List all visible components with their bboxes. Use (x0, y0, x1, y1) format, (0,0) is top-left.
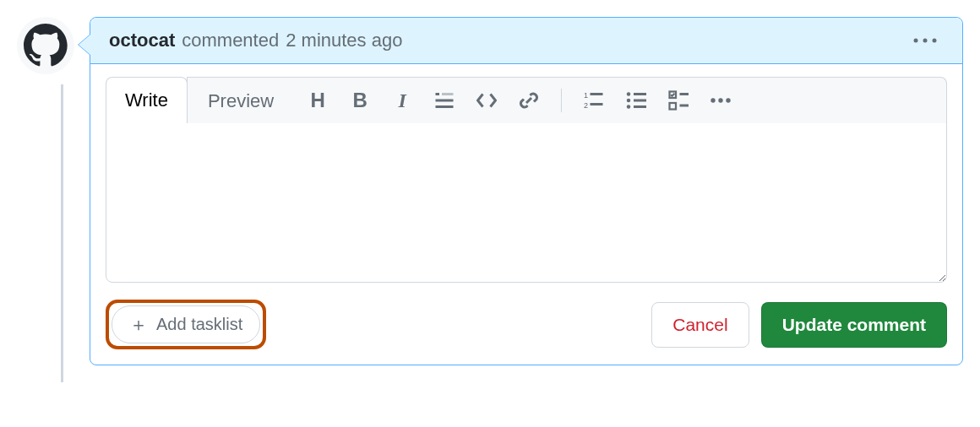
author-name[interactable]: octocat (109, 30, 175, 51)
svg-point-1 (923, 39, 928, 43)
svg-point-18 (718, 98, 722, 102)
tab-write[interactable]: Write (106, 77, 188, 123)
comment-body: Write Preview H B I (90, 64, 962, 365)
kebab-icon (913, 36, 937, 45)
svg-point-2 (933, 39, 937, 43)
add-tasklist-button[interactable]: ＋ Add tasklist (112, 305, 260, 343)
svg-rect-10 (634, 93, 646, 95)
add-tasklist-label: Add tasklist (156, 315, 242, 334)
italic-icon: I (392, 90, 412, 111)
svg-rect-14 (680, 93, 689, 95)
svg-rect-5 (591, 93, 603, 95)
svg-rect-11 (634, 100, 646, 102)
toolbar-separator (561, 89, 562, 112)
code-icon (476, 90, 497, 111)
svg-point-19 (726, 98, 730, 102)
bold-button[interactable]: B (346, 87, 373, 114)
svg-point-7 (627, 92, 631, 96)
cancel-button[interactable]: Cancel (651, 302, 749, 348)
quote-icon (434, 90, 455, 111)
comment-meta-label: commented (182, 30, 279, 51)
heading-button[interactable]: H (304, 87, 331, 114)
unordered-list-icon (626, 90, 646, 111)
avatar[interactable] (17, 17, 74, 74)
quote-button[interactable] (431, 87, 458, 114)
svg-point-9 (627, 105, 631, 109)
link-button[interactable] (515, 87, 542, 114)
svg-text:1: 1 (584, 91, 588, 100)
comment-textarea[interactable] (106, 122, 947, 283)
ellipsis-icon (710, 90, 731, 111)
comment-header: octocat commented 2 minutes ago (90, 18, 962, 64)
svg-rect-6 (591, 103, 603, 105)
editor-toolbar-row: Write Preview H B I (106, 76, 947, 122)
tutorial-highlight: ＋ Add tasklist (106, 300, 266, 349)
svg-text:2: 2 (584, 101, 588, 110)
update-comment-button[interactable]: Update comment (761, 302, 947, 348)
svg-point-8 (627, 99, 631, 103)
comment-timestamp[interactable]: 2 minutes ago (286, 30, 402, 51)
heading-icon: H (308, 90, 328, 111)
tab-preview[interactable]: Preview (198, 78, 284, 124)
action-row: ＋ Add tasklist Cancel Update comment (106, 300, 947, 349)
svg-point-0 (914, 39, 918, 43)
link-icon (519, 90, 539, 111)
svg-rect-15 (670, 103, 677, 110)
comment-box: octocat commented 2 minutes ago Write Pr… (90, 17, 963, 365)
bold-icon: B (350, 90, 370, 111)
octocat-icon (24, 24, 68, 68)
md-toolbar: Preview H B I (187, 77, 947, 123)
plus-icon: ＋ (129, 316, 148, 334)
timeline-connector (61, 84, 63, 382)
toolbar-more-button[interactable] (707, 87, 734, 114)
tasklist-icon (668, 90, 689, 111)
ordered-list-button[interactable]: 12 (580, 87, 607, 114)
task-list-button[interactable] (665, 87, 692, 114)
italic-button[interactable]: I (389, 87, 416, 114)
ordered-list-icon: 12 (584, 90, 604, 111)
svg-rect-16 (680, 105, 689, 107)
svg-rect-12 (634, 105, 646, 108)
code-button[interactable] (473, 87, 500, 114)
unordered-list-button[interactable] (623, 87, 650, 114)
comment-actions-menu[interactable] (906, 33, 944, 48)
svg-point-17 (710, 98, 715, 102)
